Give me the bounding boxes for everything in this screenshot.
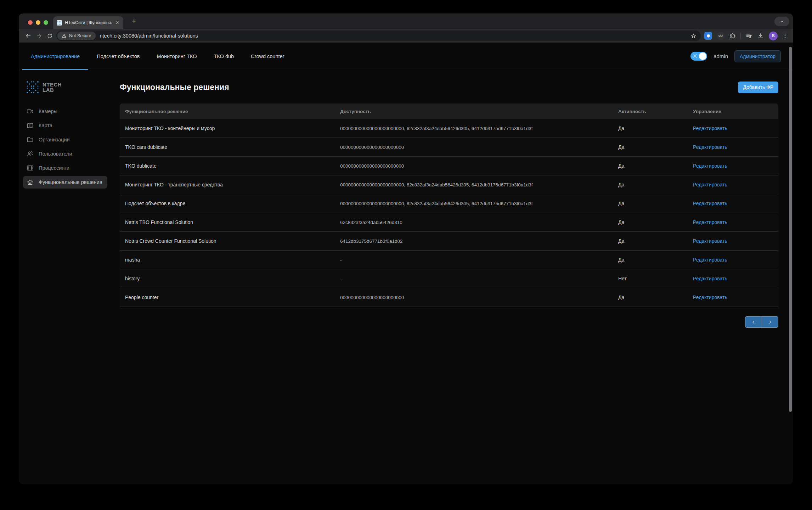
ublock-extension-icon[interactable]: uO: [717, 32, 724, 40]
edit-link[interactable]: Редактировать: [688, 238, 778, 244]
edit-link[interactable]: Редактировать: [688, 257, 778, 263]
shield-extension-icon[interactable]: [704, 32, 712, 40]
page-title: Функциональные решения: [120, 83, 229, 92]
window-zoom-button[interactable]: [44, 20, 48, 25]
edit-link[interactable]: Редактировать: [688, 163, 778, 169]
edit-link[interactable]: Редактировать: [688, 276, 778, 281]
add-fr-button[interactable]: Добавить ФР: [738, 82, 778, 93]
solution-name: Netris Crowd Counter Functional Solution: [120, 238, 335, 244]
folder-icon: [27, 136, 34, 143]
window-controls: [28, 20, 48, 25]
window-minimize-button[interactable]: [36, 20, 40, 25]
app-tab-4[interactable]: ТКО dub: [205, 43, 242, 70]
app-tab-2[interactable]: Подсчет объектов: [88, 43, 148, 70]
table-header-row: Функциональное решениеДоступностьАктивно…: [120, 103, 778, 119]
edit-link[interactable]: Редактировать: [688, 295, 778, 300]
media-controls-button[interactable]: [745, 32, 752, 39]
app-nav-tabs: АдминистрированиеПодсчет объектовМонитор…: [22, 43, 293, 70]
solution-active: Да: [613, 144, 688, 150]
sidebar-item-label: Карта: [39, 123, 52, 128]
app-tab-3[interactable]: Мониторинг ТКО: [148, 43, 205, 70]
browser-tab[interactable]: НТехСити | Функциональны ✕: [53, 16, 123, 29]
ntechlab-logo-icon: [26, 81, 39, 94]
page-viewport: АдминистрированиеПодсчет объектовМонитор…: [19, 43, 793, 484]
solution-name: Подсчет объектов в кадре: [120, 201, 335, 206]
app-tab-1[interactable]: Администрирование: [22, 43, 88, 70]
pagination: [120, 316, 778, 328]
column-header-4: Управление: [688, 109, 778, 114]
sidebar-item-1[interactable]: Камеры: [23, 105, 107, 118]
extensions-puzzle-icon: [729, 33, 736, 39]
table-row: Мониторинг ТКО - контейнеры и мусор00000…: [120, 119, 778, 138]
solution-active: Да: [613, 295, 688, 300]
browser-toolbar: Not Secure ntech.city:30080/admin/functi…: [19, 29, 793, 43]
solution-availability: -: [335, 257, 613, 263]
sidebar-item-3[interactable]: Организации: [23, 133, 107, 146]
downloads-button[interactable]: [757, 32, 764, 39]
table-row: People counter000000000000000000000000Да…: [120, 288, 778, 307]
solution-active: Да: [613, 257, 688, 263]
role-badge[interactable]: Администратор: [734, 50, 781, 62]
address-bar[interactable]: Not Secure ntech.city:30080/admin/functi…: [56, 30, 701, 41]
solution-availability: -: [335, 276, 613, 281]
solution-name: Мониторинг ТКО - контейнеры и мусор: [120, 125, 335, 131]
solution-availability: 000000000000000000000000, 62c832af3a24da…: [335, 126, 613, 131]
forward-button[interactable]: [34, 30, 44, 41]
edit-link[interactable]: Редактировать: [688, 219, 778, 225]
column-header-3: Активность: [613, 109, 688, 114]
app-tab-5[interactable]: Crowd counter: [242, 43, 293, 70]
table-row: history-НетРедактировать: [120, 269, 778, 288]
new-tab-button[interactable]: +: [129, 17, 139, 26]
window-close-button[interactable]: [28, 20, 33, 25]
logo-line2: LAB: [43, 87, 62, 93]
tab-close-icon[interactable]: ✕: [115, 20, 120, 26]
downloads-icon: [757, 32, 764, 39]
table-row: masha-ДаРедактировать: [120, 251, 778, 269]
edit-link[interactable]: Редактировать: [688, 144, 778, 150]
table-row: TKO cars dublicate0000000000000000000000…: [120, 138, 778, 157]
sidebar-item-label: Пользователи: [39, 151, 72, 157]
solution-active: Да: [613, 219, 688, 225]
theme-toggle[interactable]: [690, 52, 707, 61]
shield-glyph-icon: [706, 34, 711, 38]
sun-icon: [692, 53, 698, 59]
sidebar-item-label: Организации: [39, 137, 70, 142]
profile-avatar[interactable]: S: [769, 32, 778, 40]
sidebar-item-6[interactable]: Функциональные решения: [23, 176, 107, 189]
edit-link[interactable]: Редактировать: [688, 125, 778, 131]
reload-icon: [47, 33, 53, 39]
sidebar-item-4[interactable]: Пользователи: [23, 147, 107, 160]
solution-name: People counter: [120, 295, 335, 300]
users-icon: [27, 150, 34, 157]
not-secure-label: Not Secure: [69, 33, 91, 38]
solution-active: Да: [613, 238, 688, 244]
page-scrollbar[interactable]: [789, 47, 792, 412]
chevron-left-icon: [751, 319, 756, 325]
sidebar-item-5[interactable]: Процессинги: [23, 162, 107, 174]
prev-page-button[interactable]: [745, 316, 762, 328]
solution-availability: 6412db3175d6771b3f0a1d02: [335, 239, 613, 244]
bookmark-star-button[interactable]: [688, 33, 699, 39]
edit-link[interactable]: Редактировать: [688, 182, 778, 187]
solution-name: TKO cars dublicate: [120, 144, 335, 150]
sidebar-item-label: Функциональные решения: [39, 179, 102, 185]
browser-menu-button[interactable]: [782, 33, 788, 39]
film-icon: [27, 164, 34, 172]
solution-name: masha: [120, 257, 335, 263]
solution-availability: 000000000000000000000000, 62c832af3a24da…: [335, 201, 613, 206]
url-text: ntech.city:30080/admin/functional-soluti…: [100, 33, 688, 39]
camera-icon: [27, 108, 34, 115]
edit-link[interactable]: Редактировать: [688, 201, 778, 206]
extensions-button[interactable]: [729, 33, 736, 39]
star-icon: [690, 33, 697, 39]
back-button[interactable]: [23, 30, 34, 41]
chevron-right-icon: [767, 319, 773, 325]
sidebar-item-2[interactable]: Карта: [23, 119, 107, 132]
sidebar-item-label: Камеры: [39, 108, 57, 114]
solution-availability: 62c832af3a24dab56426d310: [335, 220, 613, 225]
not-secure-chip[interactable]: Not Secure: [57, 32, 96, 40]
reload-button[interactable]: [44, 30, 55, 41]
table-row: Мониторинг ТКО - транспортные средства00…: [120, 175, 778, 194]
next-page-button[interactable]: [762, 316, 778, 328]
tab-search-button[interactable]: [774, 17, 789, 26]
